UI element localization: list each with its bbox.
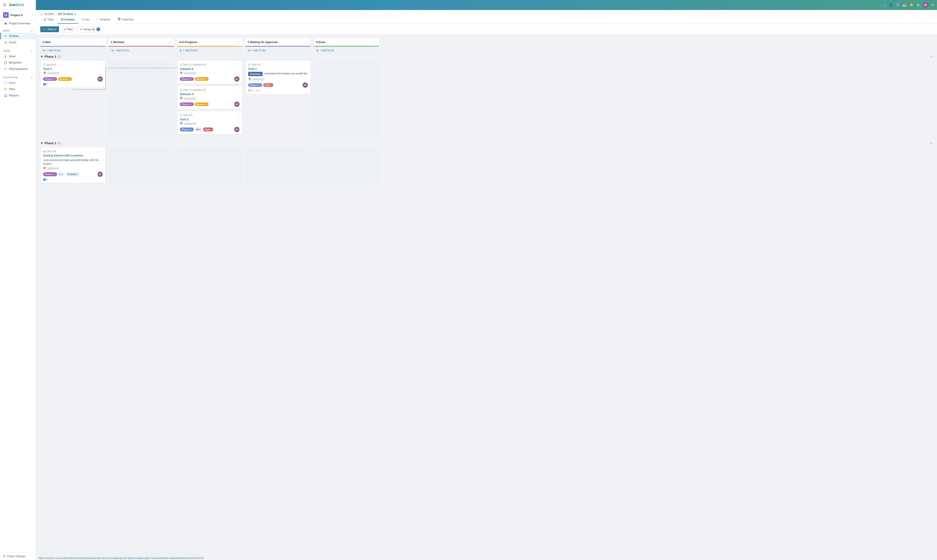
subtask-icon: 👥: [43, 83, 46, 86]
priority-tag[interactable]: High ▾: [203, 128, 213, 131]
card-task13-title[interactable]: Task 3: [43, 67, 103, 71]
story-icon: 📖: [43, 150, 46, 153]
card-task19-avatar: MF: [234, 76, 239, 82]
card-task18-ref: ☑ Task 3 // Subtask #18: [180, 89, 206, 91]
sidebar-section-think-header[interactable]: THINK ∨: [0, 48, 36, 53]
sidebar-item-blueprints[interactable]: 📋 Blueprints: [0, 59, 36, 66]
dependency-connector: [40, 90, 106, 100]
phase1-columns: ☑ Task #13 ⋮ Task 3 📅 10/13/2023: [40, 60, 932, 136]
user-dropdown-icon[interactable]: ▾: [932, 3, 934, 7]
sidebar-item-retrospectives[interactable]: ↩ Retrospectives: [0, 66, 36, 72]
card-task19-footer: Phase 2 ▾ Medium ▾ MF: [180, 76, 239, 82]
card-story9-header: 📖 Story #9 ⋮: [43, 149, 103, 153]
card-story9-ref: 📖 Story #9: [43, 150, 56, 153]
column-menu-waiting[interactable]: ⋯: [305, 40, 308, 44]
card-task15-menu[interactable]: ⋮: [305, 63, 308, 66]
breadcrumb-parent: To-Dos: [44, 12, 54, 16]
tab-table[interactable]: ⊞ Table: [40, 16, 57, 24]
add-todo-done[interactable]: ⊕ + Add To-Do: [316, 48, 377, 53]
phase1-title[interactable]: ▼ Phase 1 (2): [40, 55, 61, 58]
priority-tag[interactable]: Medium ▾: [58, 77, 72, 81]
card-task14-menu[interactable]: ⋮: [236, 113, 239, 117]
add-todo-waiting[interactable]: ⊕ + Add To-Do: [247, 48, 309, 53]
new-button[interactable]: + + New ▾: [40, 26, 59, 32]
sidebar-item-ideas[interactable]: 💡 Ideas: [0, 53, 36, 59]
card-task19-menu[interactable]: ⋮: [236, 63, 239, 66]
table-icon: ⊞: [44, 18, 46, 21]
breadcrumb-dropdown-icon[interactable]: ▾: [74, 12, 76, 16]
project-row[interactable]: PA Project A ›: [0, 10, 36, 20]
hamburger-icon[interactable]: ☰: [3, 3, 6, 7]
add-todo-inprogress[interactable]: ⊕ + Add To-Do: [179, 48, 240, 53]
column-menu-inprogress[interactable]: ⋯: [237, 40, 240, 44]
summary-badge[interactable]: Summary: [248, 72, 262, 76]
priority-tag[interactable]: Medium ▾: [195, 77, 209, 81]
card-task19-title[interactable]: Subtask 8: [180, 67, 239, 71]
phase1-waiting-col: ☑ Task #15 ⋮ Task 1 Summary summarize th…: [245, 60, 311, 136]
phase2-title[interactable]: ▼ Phase 2 (4): [40, 142, 61, 145]
reports-icon: 📊: [4, 94, 7, 97]
card-task15-title[interactable]: Task 1: [248, 67, 308, 71]
timer-icon[interactable]: ⏱: [896, 3, 899, 7]
phase-tag[interactable]: Phase 1 ▾: [180, 128, 194, 131]
card-task19: ☑ Task 3 // Subtask #19 ⋮ Subtask 8 📅 10…: [177, 60, 242, 84]
card-task13-menu[interactable]: ⋮: [100, 63, 103, 66]
tab-timeline[interactable]: → Timeline: [92, 16, 114, 24]
user-icon[interactable]: 👤: [889, 3, 893, 7]
tab-list[interactable]: ≡ List: [79, 16, 92, 24]
tags-stat: 🏷 3: [255, 89, 260, 92]
phase-tag[interactable]: Phase 2 ▾: [43, 172, 57, 176]
home-icon[interactable]: ⌂: [884, 3, 886, 7]
calendar-icon[interactable]: 📅: [902, 3, 906, 7]
sidebar-item-todos[interactable]: ✓ To-Dos: [0, 33, 36, 39]
add-todo-blocked[interactable]: ⊕ + Add To-Do: [110, 48, 172, 53]
card-story9-menu[interactable]: ⋮: [100, 149, 103, 153]
phase1-edit-icon[interactable]: ✏: [930, 55, 932, 58]
priority-tag[interactable]: Priority ▾: [66, 172, 79, 176]
sidebar-item-reports[interactable]: 📊 Reports: [0, 92, 36, 98]
phase-tag[interactable]: Phase 1 ▾: [248, 83, 262, 87]
card-task15-tags: Phase 1 ▾ High ▾: [248, 83, 273, 87]
main-content: ⌂ 👤 ⏱ 📅 🔔 ⊞ MF ▾ ◎ To-Dos // All To-Dos …: [36, 0, 937, 560]
phase2-edit-icon[interactable]: ✏: [930, 142, 932, 145]
card-story9-subtasks: 👥 1: [43, 178, 103, 181]
column-menu-done[interactable]: ⋯: [373, 40, 377, 44]
sidebar-item-files[interactable]: 📁 Files: [0, 86, 36, 92]
phase-tag[interactable]: Phase 2 ▾: [180, 77, 194, 81]
summary-tooltip-text: summarize the feature you would like: [264, 72, 307, 75]
sidebar-item-docs[interactable]: 📄 Docs: [0, 80, 36, 86]
priority-tag[interactable]: Medium ▾: [195, 103, 209, 106]
breadcrumb-current[interactable]: All To-Dos: [58, 12, 73, 16]
card-task18-menu[interactable]: ⋮: [236, 88, 239, 92]
sidebar-section-make-header[interactable]: MAKE ∨: [0, 28, 36, 33]
sidebar-section-dataroom: DATA ROOM ∨ 📄 Docs 📁 Files 📊 Reports: [0, 73, 36, 100]
tab-kanban[interactable]: ⊟ Kanban: [57, 16, 79, 24]
breadcrumb-bar: ◎ To-Dos // All To-Dos ▾: [36, 10, 937, 16]
sidebar-item-project-overview[interactable]: ◉ Project Overview: [0, 20, 36, 26]
toolbar: + + New ▾ ⧖ Filter ⊙ Group By 1: [36, 24, 937, 35]
sidebar-item-goals[interactable]: ◎ Goals: [0, 39, 36, 45]
notifications-icon[interactable]: 🔔: [909, 3, 914, 7]
card-task15-avatar: MF: [303, 83, 308, 88]
card-task14-title[interactable]: Task 2: [180, 118, 239, 121]
sidebar-item-label: Project Overview: [9, 22, 30, 25]
sidebar-section-dataroom-header[interactable]: DATA ROOM ∨: [0, 75, 36, 80]
overview-icon: ◉: [4, 22, 7, 25]
card-task14-avatar: MF: [234, 127, 239, 132]
column-menu-new[interactable]: ⋯: [100, 40, 103, 44]
card-task18-title[interactable]: Subtask A: [180, 92, 239, 96]
size-tag[interactable]: L ▾: [58, 172, 65, 176]
column-menu-blocked[interactable]: ⋯: [168, 40, 172, 44]
apps-icon[interactable]: ⊞: [917, 3, 920, 7]
phase-tag[interactable]: Phase 2 ▾: [180, 103, 194, 106]
group-by-button[interactable]: ⊙ Group By 1: [77, 26, 103, 32]
card-story9-title[interactable]: Getting Started with Leantime: [43, 154, 103, 157]
priority-tag[interactable]: High ▾: [263, 83, 273, 87]
tab-calendar[interactable]: 📅 Calendar: [114, 16, 137, 24]
size-tag[interactable]: M ▾: [195, 128, 202, 131]
user-avatar[interactable]: MF: [923, 2, 929, 8]
sidebar-project-settings[interactable]: ⚙ Project Settings: [0, 552, 36, 560]
phase-tag[interactable]: Phase 2 ▾: [43, 77, 57, 81]
filter-button[interactable]: ⧖ Filter: [61, 26, 76, 32]
add-todo-new[interactable]: ⊕ + Add To-Do: [42, 48, 104, 53]
